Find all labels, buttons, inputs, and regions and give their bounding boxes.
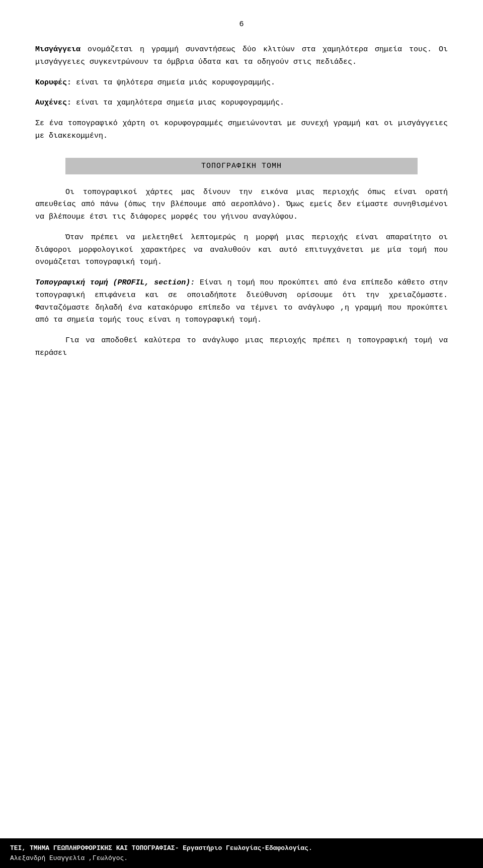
text-topografiko: Σε ένα τοπογραφικό χάρτη οι κορυφογραμμέ… <box>35 119 448 140</box>
term-topografiki-tomi: Τοπογραφική τομή (PROFIL, section) <box>35 278 190 287</box>
footer: ΤΕΙ, ΤΜΗΜΑ ΓΕΩΠΛΗΡΟΦΟΡΙΚΗΣ ΚΑΙ ΤΟΠΟΓΡΑΦΙ… <box>0 838 483 868</box>
text-gia-na: Για να αποδοθεί καλύτερα το ανάγλυφο μια… <box>35 336 448 357</box>
term-korifes: Κορυφές: <box>35 78 71 87</box>
paragraph-topografikoi: Οι τοπογραφικοί χάρτες μας δίνουν την ει… <box>35 186 448 224</box>
section-header-tomi: ΤΟΠΟΓΡΑΦΙΚΗ ΤΟΜΗ <box>65 158 418 174</box>
footer-line2: Αλεξανδρή Ευαγγελία ,Γεωλόγος. <box>10 853 473 863</box>
paragraph-otan-prepei: Όταν πρέπει να μελετηθεί λεπτομερώς η μο… <box>35 232 448 269</box>
paragraph-gia-na: Για να αποδοθεί καλύτερα το ανάγλυφο μια… <box>35 335 448 360</box>
paragraph-korifes: Κορυφές: είναι τα ψηλότερα σημεία μιάς κ… <box>35 77 448 89</box>
text-otan-prepei: Όταν πρέπει να μελετηθεί λεπτομερώς η μο… <box>35 233 448 267</box>
term-auchenes: Αυχένες: <box>35 99 71 107</box>
page-container: 6 Μισγάγγεια ονομάζεται η γραμμή συναντή… <box>0 0 483 868</box>
text-misgangeia: ονομάζεται η γραμμή συναντήσεως δύο κλιτ… <box>35 45 448 66</box>
text-topografikoi: Οι τοπογραφικοί χάρτες μας δίνουν την ει… <box>35 188 448 222</box>
page-number: 6 <box>35 20 448 29</box>
term-misgangeia: Μισγάγγεια <box>35 45 80 54</box>
term-topografiki-tomi-suffix: : <box>190 278 195 287</box>
paragraph-topografiki-tomi: Τοπογραφική τομή (PROFIL, section): Είνα… <box>35 277 448 327</box>
text-korifes: είναι τα ψηλότερα σημεία μιάς κορυφογραμ… <box>71 78 275 87</box>
paragraph-auchenes: Αυχένες: είναι τα χαμηλότερα σημεία μιας… <box>35 97 448 110</box>
text-auchenes: είναι τα χαμηλότερα σημεία μιας κορυφογρ… <box>71 99 284 107</box>
paragraph-topografiko: Σε ένα τοπογραφικό χάρτη οι κορυφογραμμέ… <box>35 118 448 143</box>
footer-line1: ΤΕΙ, ΤΜΗΜΑ ΓΕΩΠΛΗΡΟΦΟΡΙΚΗΣ ΚΑΙ ΤΟΠΟΓΡΑΦΙ… <box>10 843 473 853</box>
paragraph-misgangeia: Μισγάγγεια ονομάζεται η γραμμή συναντήσε… <box>35 44 448 69</box>
